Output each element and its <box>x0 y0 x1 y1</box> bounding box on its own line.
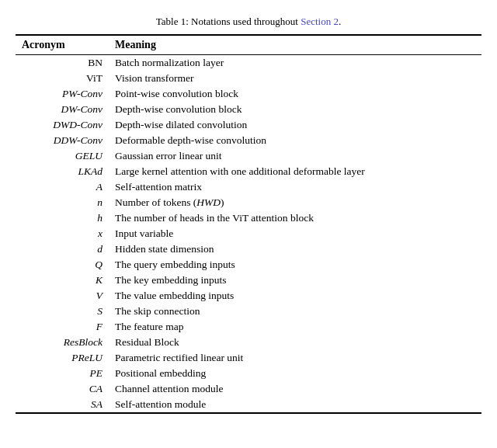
acronym-cell: GELU <box>16 148 109 164</box>
table-row: BNBatch normalization layer <box>16 55 481 71</box>
table-row: KThe key embedding inputs <box>16 273 481 288</box>
meaning-cell: Hidden state dimension <box>109 241 481 257</box>
meaning-cell: Self-attention module <box>109 397 481 413</box>
meaning-cell: The number of heads in the ViT attention… <box>109 210 481 226</box>
table-row: xInput variable <box>16 226 481 241</box>
caption-link[interactable]: Section 2 <box>301 16 339 27</box>
acronym-cell: DWD-Conv <box>16 117 109 133</box>
table-row: CAChannel attention module <box>16 381 481 397</box>
table-row: DW-ConvDepth-wise convolution block <box>16 102 481 117</box>
table-row: PW-ConvPoint-wise convolution block <box>16 86 481 102</box>
meaning-cell: Depth-wise dilated convolution <box>109 117 481 133</box>
meaning-cell: The query embedding inputs <box>109 257 481 273</box>
acronym-cell: n <box>16 195 109 210</box>
acronym-cell: PE <box>16 366 109 381</box>
table-row: dHidden state dimension <box>16 241 481 257</box>
meaning-cell: Point-wise convolution block <box>109 86 481 102</box>
table-row: ViTVision transformer <box>16 71 481 86</box>
table-row: QThe query embedding inputs <box>16 257 481 273</box>
acronym-cell: SA <box>16 397 109 413</box>
meaning-cell: Large kernel attention with one addition… <box>109 164 481 179</box>
acronym-cell: DDW-Conv <box>16 133 109 148</box>
acronym-cell: PW-Conv <box>16 86 109 102</box>
acronym-cell: V <box>16 288 109 304</box>
table-row: ASelf-attention matrix <box>16 179 481 195</box>
meaning-cell: Vision transformer <box>109 71 481 86</box>
acronym-cell: A <box>16 179 109 195</box>
meaning-cell: Residual Block <box>109 335 481 350</box>
table-row: GELUGaussian error linear unit <box>16 148 481 164</box>
notations-table: Acronym Meaning BNBatch normalization la… <box>16 34 481 414</box>
meaning-cell: Positional embedding <box>109 366 481 381</box>
acronym-cell: CA <box>16 381 109 397</box>
meaning-cell: Input variable <box>109 226 481 241</box>
acronym-cell: K <box>16 273 109 288</box>
caption-prefix: Table 1: Notations used throughout <box>156 16 301 27</box>
acronym-cell: ViT <box>16 71 109 86</box>
table-row: ResBlockResidual Block <box>16 335 481 350</box>
acronym-cell: h <box>16 210 109 226</box>
acronym-cell: ResBlock <box>16 335 109 350</box>
meaning-cell: Gaussian error linear unit <box>109 148 481 164</box>
acronym-cell: PReLU <box>16 350 109 366</box>
acronym-cell: S <box>16 304 109 319</box>
table-row: LKAdLarge kernel attention with one addi… <box>16 164 481 179</box>
meaning-cell: Batch normalization layer <box>109 55 481 71</box>
table-row: PEPositional embedding <box>16 366 481 381</box>
table-row: DDW-ConvDeformable depth-wise convolutio… <box>16 133 481 148</box>
acronym-cell: F <box>16 319 109 335</box>
caption-suffix: . <box>339 16 341 27</box>
meaning-cell: Channel attention module <box>109 381 481 397</box>
meaning-cell: The feature map <box>109 319 481 335</box>
table-row: VThe value embedding inputs <box>16 288 481 304</box>
table-caption: Table 1: Notations used throughout Secti… <box>16 16 481 28</box>
header-acronym: Acronym <box>16 35 109 55</box>
acronym-cell: Q <box>16 257 109 273</box>
table-row: SThe skip connection <box>16 304 481 319</box>
table-row: nNumber of tokens (HWD) <box>16 195 481 210</box>
meaning-cell: Deformable depth-wise convolution <box>109 133 481 148</box>
meaning-cell: The key embedding inputs <box>109 273 481 288</box>
table-row: hThe number of heads in the ViT attentio… <box>16 210 481 226</box>
acronym-cell: x <box>16 226 109 241</box>
meaning-cell: Parametric rectified linear unit <box>109 350 481 366</box>
table-row: FThe feature map <box>16 319 481 335</box>
meaning-cell: Depth-wise convolution block <box>109 102 481 117</box>
meaning-cell: The value embedding inputs <box>109 288 481 304</box>
acronym-cell: BN <box>16 55 109 71</box>
header-meaning: Meaning <box>109 35 481 55</box>
meaning-cell: Self-attention matrix <box>109 179 481 195</box>
meaning-cell: The skip connection <box>109 304 481 319</box>
table-row: SASelf-attention module <box>16 397 481 413</box>
table-row: DWD-ConvDepth-wise dilated convolution <box>16 117 481 133</box>
acronym-cell: DW-Conv <box>16 102 109 117</box>
meaning-cell: Number of tokens (HWD) <box>109 195 481 210</box>
acronym-cell: LKAd <box>16 164 109 179</box>
table-row: PReLUParametric rectified linear unit <box>16 350 481 366</box>
page-container: Table 1: Notations used throughout Secti… <box>16 16 481 414</box>
acronym-cell: d <box>16 241 109 257</box>
table-header-row: Acronym Meaning <box>16 35 481 55</box>
